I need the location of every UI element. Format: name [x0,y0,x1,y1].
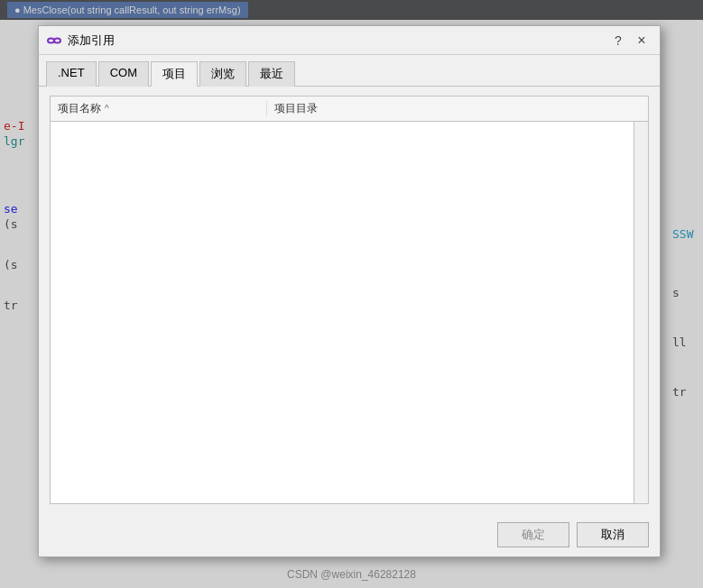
reference-table: 项目名称 ^ 项目目录 [50,96,649,504]
help-button[interactable]: ? [607,31,629,51]
sort-arrow-name: ^ [105,104,109,114]
tab-recent[interactable]: 最近 [248,61,295,87]
close-button[interactable]: × [631,31,652,51]
scrollbar-right[interactable] [634,122,648,503]
dialog-tabs: .NET COM 项目 浏览 最近 [39,55,660,87]
svg-point-1 [54,38,60,42]
add-reference-dialog: 添加引用 ? × .NET COM 项目 浏览 最近 项目名称 ^ 项目目录 [38,25,661,557]
table-body-area [51,122,648,503]
dialog-titlebar: 添加引用 ? × [39,26,660,55]
svg-point-0 [48,38,54,42]
table-body [51,122,634,503]
tab-com[interactable]: COM [98,61,149,87]
col-header-dir[interactable]: 项目目录 [267,101,634,116]
table-header: 项目名称 ^ 项目目录 [51,96,648,122]
confirm-button[interactable]: 确定 [497,522,569,547]
tab-dotnet[interactable]: .NET [46,61,97,87]
dialog-title-text: 添加引用 [68,32,607,49]
tab-project[interactable]: 项目 [151,61,198,87]
dialog-buttons: 确定 取消 [39,513,660,556]
dialog-icon [46,32,62,49]
col-header-name[interactable]: 项目名称 ^ [51,101,267,116]
cancel-button[interactable]: 取消 [577,522,649,547]
tab-browse[interactable]: 浏览 [199,61,246,87]
dialog-content: 项目名称 ^ 项目目录 [39,87,660,513]
